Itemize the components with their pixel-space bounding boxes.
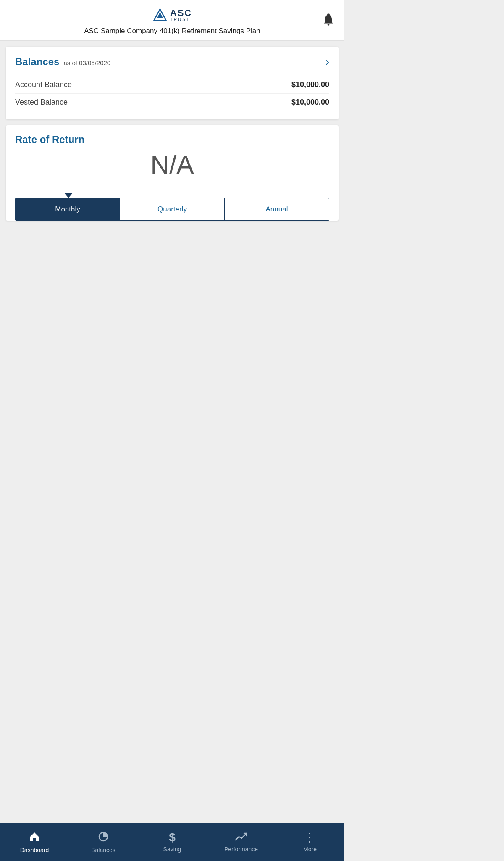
vested-balance-label: Vested Balance	[15, 98, 68, 107]
tab-indicator-wrapper	[15, 192, 329, 198]
main-content-area	[0, 227, 344, 563]
app-header: ASC TRUST ASC Sample Company 401(k) Reti…	[0, 0, 344, 41]
svg-point-2	[328, 24, 329, 25]
balances-card: Balances as of 03/05/2020 › Account Bala…	[6, 47, 339, 119]
tab-quarterly[interactable]: Quarterly	[120, 198, 225, 220]
balances-title: Balances	[15, 56, 59, 68]
account-balance-label: Account Balance	[15, 80, 72, 89]
balances-card-header: Balances as of 03/05/2020 ›	[15, 55, 329, 69]
tab-indicator	[64, 193, 73, 198]
ror-value: N/A	[15, 145, 329, 192]
rate-of-return-card: Rate of Return N/A Monthly Quarterly Ann…	[6, 125, 339, 221]
balances-chevron-button[interactable]: ›	[326, 55, 329, 69]
bell-icon	[323, 13, 334, 26]
vested-balance-value: $10,000.00	[291, 98, 329, 107]
notification-button[interactable]	[321, 12, 336, 29]
vested-balance-row: Vested Balance $10,000.00	[15, 93, 329, 111]
asc-logo-icon	[152, 8, 168, 23]
logo-asc-text: ASC	[170, 8, 192, 18]
logo: ASC TRUST	[152, 8, 192, 23]
svg-rect-3	[327, 14, 330, 15]
ror-tabs: Monthly Quarterly Annual	[15, 198, 329, 221]
plan-title: ASC Sample Company 401(k) Retirement Sav…	[84, 27, 260, 35]
account-balance-row: Account Balance $10,000.00	[15, 76, 329, 93]
account-balance-value: $10,000.00	[291, 80, 329, 89]
tab-monthly[interactable]: Monthly	[16, 198, 120, 220]
tab-annual[interactable]: Annual	[225, 198, 329, 220]
logo-trust-text: TRUST	[170, 18, 190, 22]
ror-title: Rate of Return	[15, 134, 84, 145]
balances-as-of: as of 03/05/2020	[63, 59, 110, 66]
